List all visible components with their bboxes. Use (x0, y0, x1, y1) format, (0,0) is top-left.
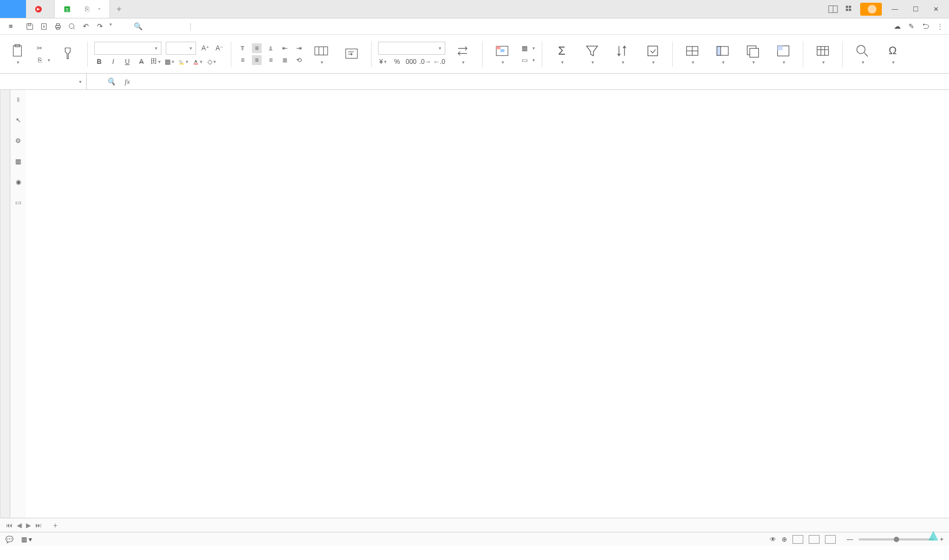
view-normal-icon[interactable] (792, 535, 803, 544)
font-color-icon[interactable]: A (193, 57, 203, 67)
italic-icon[interactable]: I (108, 57, 118, 67)
justify-icon[interactable]: ≣ (280, 55, 290, 65)
increase-decimal-icon[interactable]: .0→ (420, 57, 430, 67)
sheet-add-button[interactable]: + (48, 521, 63, 530)
clear-icon[interactable]: ◇ (207, 57, 217, 67)
paste-button[interactable] (8, 42, 27, 66)
apps-icon[interactable] (844, 4, 855, 15)
decrease-font-icon[interactable]: A⁻ (214, 43, 224, 53)
table-style-button[interactable]: ▦ (519, 43, 535, 53)
save-icon[interactable] (25, 22, 35, 31)
bold-icon[interactable]: B (94, 57, 104, 67)
align-center-icon[interactable]: ≡ (252, 55, 262, 65)
side-settings-icon[interactable]: ⚙ (13, 135, 24, 146)
side-gallery-icon[interactable]: ▦ (13, 156, 24, 167)
sync-status[interactable]: ☁ (894, 22, 901, 30)
conditional-format-button[interactable] (492, 42, 512, 66)
side-select-icon[interactable]: ↖ (13, 115, 24, 126)
view-page-icon[interactable] (809, 535, 820, 544)
menu-file[interactable]: ≡ (5, 22, 18, 30)
type-convert-button[interactable] (453, 42, 472, 66)
sort-button[interactable] (613, 42, 632, 66)
align-top-icon[interactable]: ⫪ (238, 43, 248, 53)
vertical-scrollbar[interactable] (0, 90, 10, 518)
reading-layout-icon[interactable] (828, 4, 838, 15)
watermark (926, 530, 942, 544)
indent-increase-icon[interactable]: ⇥ (294, 43, 304, 53)
collaborate-button[interactable]: ✎ (908, 22, 914, 30)
output-icon[interactable] (39, 22, 49, 31)
tab-add[interactable]: + (110, 0, 128, 18)
comma-icon[interactable]: 000 (406, 57, 416, 67)
window-minimize[interactable]: — (887, 2, 902, 17)
side-location-icon[interactable]: ◉ (13, 177, 24, 187)
print-icon[interactable] (53, 22, 63, 31)
border-icon[interactable]: 田 (151, 57, 160, 67)
orientation-icon[interactable]: ⟲ (294, 55, 304, 65)
align-right-icon[interactable]: ≡ (266, 55, 276, 65)
cell-fill-style-icon[interactable]: ▦ (165, 57, 174, 67)
sum-button[interactable]: Σ (552, 42, 571, 66)
view-break-icon[interactable] (825, 535, 836, 544)
calc-mode[interactable]: ▦ ▾ (21, 536, 32, 543)
font-size-select[interactable]: ▾ (166, 42, 196, 55)
sheet-nav-prev[interactable]: ◀ (15, 522, 23, 529)
copy-button[interactable]: ⎘ (35, 55, 50, 65)
zoom-slider[interactable] (859, 538, 934, 541)
eye-icon[interactable]: 👁 (770, 536, 776, 543)
format-painter-button[interactable] (58, 45, 77, 63)
cell-button[interactable] (682, 42, 702, 66)
worksheet-button[interactable] (743, 42, 763, 66)
name-box[interactable] (0, 74, 87, 89)
font-name-select[interactable]: ▾ (94, 42, 161, 55)
merge-center-button[interactable] (311, 42, 331, 66)
percent-icon[interactable]: % (392, 57, 402, 67)
symbol-button[interactable]: Ω (883, 42, 902, 66)
decrease-decimal-icon[interactable]: ←.0 (434, 57, 444, 67)
zoom-out-icon[interactable]: — (847, 536, 853, 543)
window-close[interactable]: ✕ (928, 2, 944, 17)
currency-icon[interactable]: ¥ (378, 57, 388, 67)
side-properties-icon[interactable]: ⫴ (13, 94, 24, 105)
fx-icon[interactable]: fx (119, 77, 135, 86)
tab-document[interactable]: S ⎘ • (55, 0, 110, 18)
align-bottom-icon[interactable]: ⫫ (266, 43, 276, 53)
center-icon[interactable]: ⊕ (782, 536, 787, 543)
align-left-icon[interactable]: ≡ (238, 55, 248, 65)
search-command-input[interactable] (145, 23, 188, 30)
window-maximize[interactable]: ☐ (908, 2, 923, 17)
table-tools-button[interactable] (813, 42, 833, 66)
sheet-nav-first[interactable]: ⏮ (4, 522, 14, 529)
strikethrough-icon[interactable]: A̶ (136, 57, 146, 67)
sheet-nav-last[interactable]: ⏭ (34, 522, 43, 529)
login-button[interactable] (860, 3, 882, 16)
more-icon[interactable]: ⋮ (937, 22, 944, 30)
print-preview-icon[interactable] (67, 22, 77, 31)
tab-home[interactable] (0, 0, 26, 18)
increase-font-icon[interactable]: A⁺ (200, 43, 210, 53)
underline-icon[interactable]: U (122, 57, 132, 67)
chat-icon[interactable]: 💬 (5, 536, 14, 543)
auto-wrap-button[interactable] (342, 45, 361, 63)
side-backup-icon[interactable]: ▭ (13, 197, 24, 208)
align-middle-icon[interactable]: ≡ (252, 43, 262, 53)
fill-button[interactable] (643, 42, 662, 66)
number-format-select[interactable]: ▾ (378, 42, 445, 55)
share-button[interactable]: ⮌ (922, 22, 929, 30)
tab-templates[interactable] (26, 0, 55, 18)
cell-style-icon: ▭ (519, 55, 529, 65)
zoom-fx-icon[interactable]: 🔍 (103, 77, 119, 86)
filter-button[interactable] (582, 42, 602, 66)
menu-icon[interactable]: ⎘ (85, 5, 89, 13)
sheet-nav-next[interactable]: ▶ (24, 522, 32, 529)
freeze-panes-button[interactable] (774, 42, 793, 66)
fill-color-icon[interactable] (179, 57, 188, 67)
redo-icon[interactable]: ↷ (95, 22, 105, 31)
row-col-button[interactable] (713, 42, 732, 66)
cut-button[interactable]: ✂ (35, 43, 46, 53)
indent-decrease-icon[interactable]: ⇤ (280, 43, 290, 53)
undo-icon[interactable]: ↶ (81, 22, 91, 31)
find-button[interactable] (853, 42, 872, 66)
search-template-input[interactable] (190, 23, 228, 30)
cell-style-button[interactable]: ▭ (519, 55, 535, 65)
